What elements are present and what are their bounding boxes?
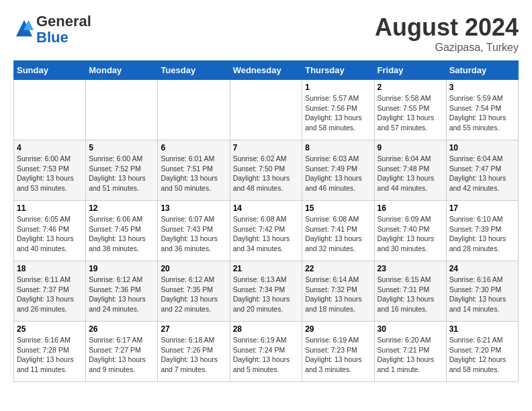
- day-number: 17: [449, 203, 515, 213]
- day-number: 9: [378, 143, 443, 152]
- calendar-cell: [86, 80, 158, 140]
- day-number: 1: [305, 83, 371, 92]
- logo-general-text: General: [36, 13, 91, 30]
- calendar-cell: 20Sunrise: 6:12 AMSunset: 7:35 PMDayligh…: [158, 261, 230, 322]
- day-number: 8: [305, 143, 371, 152]
- day-info: Sunrise: 6:11 AMSunset: 7:37 PMDaylight:…: [17, 275, 83, 314]
- week-row-4: 18Sunrise: 6:11 AMSunset: 7:37 PMDayligh…: [14, 261, 519, 322]
- weekday-header-monday: Monday: [86, 61, 158, 80]
- day-info: Sunrise: 6:04 AMSunset: 7:47 PMDaylight:…: [449, 154, 515, 193]
- day-number: 7: [233, 143, 300, 152]
- day-info: Sunrise: 6:14 AMSunset: 7:32 PMDaylight:…: [305, 275, 371, 314]
- calendar-cell: 12Sunrise: 6:06 AMSunset: 7:45 PMDayligh…: [86, 201, 158, 261]
- weekday-header-wednesday: Wednesday: [230, 61, 302, 80]
- week-row-3: 11Sunrise: 6:05 AMSunset: 7:46 PMDayligh…: [14, 201, 519, 261]
- calendar-cell: 1Sunrise: 5:57 AMSunset: 7:56 PMDaylight…: [302, 80, 374, 140]
- day-number: 26: [89, 324, 154, 334]
- day-number: 29: [305, 324, 371, 334]
- day-info: Sunrise: 6:08 AMSunset: 7:42 PMDaylight:…: [233, 214, 300, 254]
- calendar-cell: 3Sunrise: 5:59 AMSunset: 7:54 PMDaylight…: [446, 80, 518, 140]
- calendar-cell: 21Sunrise: 6:13 AMSunset: 7:34 PMDayligh…: [230, 261, 302, 322]
- calendar-cell: [158, 80, 230, 140]
- calendar-cell: 29Sunrise: 6:19 AMSunset: 7:23 PMDayligh…: [302, 322, 374, 382]
- day-info: Sunrise: 6:09 AMSunset: 7:40 PMDaylight:…: [378, 214, 443, 254]
- week-row-5: 25Sunrise: 6:16 AMSunset: 7:28 PMDayligh…: [14, 322, 519, 382]
- day-info: Sunrise: 6:21 AMSunset: 7:20 PMDaylight:…: [449, 335, 515, 375]
- calendar-cell: 11Sunrise: 6:05 AMSunset: 7:46 PMDayligh…: [14, 201, 86, 261]
- calendar-cell: 4Sunrise: 6:00 AMSunset: 7:53 PMDaylight…: [14, 140, 86, 201]
- day-number: 20: [161, 264, 226, 273]
- calendar-cell: 5Sunrise: 6:00 AMSunset: 7:52 PMDaylight…: [86, 140, 158, 201]
- day-number: 23: [378, 264, 443, 273]
- day-info: Sunrise: 6:19 AMSunset: 7:24 PMDaylight:…: [233, 335, 300, 375]
- day-number: 11: [17, 203, 83, 213]
- calendar-cell: 14Sunrise: 6:08 AMSunset: 7:42 PMDayligh…: [230, 201, 302, 261]
- day-number: 18: [17, 264, 83, 273]
- day-info: Sunrise: 6:04 AMSunset: 7:48 PMDaylight:…: [378, 154, 443, 193]
- calendar-cell: 15Sunrise: 6:08 AMSunset: 7:41 PMDayligh…: [302, 201, 374, 261]
- calendar-cell: [230, 80, 302, 140]
- calendar-cell: 25Sunrise: 6:16 AMSunset: 7:28 PMDayligh…: [14, 322, 86, 382]
- calendar-cell: 31Sunrise: 6:21 AMSunset: 7:20 PMDayligh…: [446, 322, 518, 382]
- day-number: 4: [17, 143, 83, 152]
- calendar-cell: 2Sunrise: 5:58 AMSunset: 7:55 PMDaylight…: [374, 80, 446, 140]
- day-number: 21: [233, 264, 300, 273]
- day-info: Sunrise: 5:58 AMSunset: 7:55 PMDaylight:…: [378, 93, 443, 133]
- calendar-cell: [14, 80, 86, 140]
- calendar-cell: 30Sunrise: 6:20 AMSunset: 7:21 PMDayligh…: [374, 322, 446, 382]
- day-number: 27: [161, 324, 226, 334]
- day-info: Sunrise: 6:18 AMSunset: 7:26 PMDaylight:…: [161, 335, 226, 375]
- day-info: Sunrise: 6:19 AMSunset: 7:23 PMDaylight:…: [305, 335, 371, 375]
- day-info: Sunrise: 6:17 AMSunset: 7:27 PMDaylight:…: [89, 335, 154, 375]
- page-header: General Blue August 2024 Gazipasa, Turke…: [13, 13, 519, 54]
- calendar-cell: 17Sunrise: 6:10 AMSunset: 7:39 PMDayligh…: [446, 201, 518, 261]
- day-number: 12: [89, 203, 154, 213]
- month-title: August 2024: [375, 13, 519, 42]
- day-number: 15: [305, 203, 371, 213]
- day-number: 2: [378, 83, 443, 92]
- calendar-cell: 10Sunrise: 6:04 AMSunset: 7:47 PMDayligh…: [446, 140, 518, 201]
- calendar-cell: 24Sunrise: 6:16 AMSunset: 7:30 PMDayligh…: [446, 261, 518, 322]
- day-info: Sunrise: 6:13 AMSunset: 7:34 PMDaylight:…: [233, 275, 300, 314]
- calendar-cell: 16Sunrise: 6:09 AMSunset: 7:40 PMDayligh…: [374, 201, 446, 261]
- calendar-cell: 22Sunrise: 6:14 AMSunset: 7:32 PMDayligh…: [302, 261, 374, 322]
- weekday-header-thursday: Thursday: [302, 61, 374, 80]
- day-number: 22: [305, 264, 371, 273]
- calendar-cell: 18Sunrise: 6:11 AMSunset: 7:37 PMDayligh…: [14, 261, 86, 322]
- calendar-cell: 19Sunrise: 6:12 AMSunset: 7:36 PMDayligh…: [86, 261, 158, 322]
- day-number: 30: [378, 324, 443, 334]
- week-row-1: 1Sunrise: 5:57 AMSunset: 7:56 PMDaylight…: [14, 80, 519, 140]
- logo: General Blue: [13, 13, 91, 46]
- day-number: 16: [378, 203, 443, 213]
- weekday-header-saturday: Saturday: [446, 61, 518, 80]
- day-info: Sunrise: 6:00 AMSunset: 7:52 PMDaylight:…: [89, 154, 154, 193]
- day-info: Sunrise: 6:10 AMSunset: 7:39 PMDaylight:…: [449, 214, 515, 254]
- day-info: Sunrise: 6:15 AMSunset: 7:31 PMDaylight:…: [378, 275, 443, 314]
- weekday-header-sunday: Sunday: [14, 61, 86, 80]
- day-info: Sunrise: 6:12 AMSunset: 7:35 PMDaylight:…: [161, 275, 226, 314]
- day-number: 19: [89, 264, 154, 273]
- week-row-2: 4Sunrise: 6:00 AMSunset: 7:53 PMDaylight…: [14, 140, 519, 201]
- day-info: Sunrise: 5:59 AMSunset: 7:54 PMDaylight:…: [449, 93, 515, 133]
- day-number: 10: [449, 143, 515, 152]
- day-info: Sunrise: 6:07 AMSunset: 7:43 PMDaylight:…: [161, 214, 226, 254]
- calendar-cell: 6Sunrise: 6:01 AMSunset: 7:51 PMDaylight…: [158, 140, 230, 201]
- logo-blue-text: Blue: [36, 29, 69, 46]
- calendar-cell: 23Sunrise: 6:15 AMSunset: 7:31 PMDayligh…: [374, 261, 446, 322]
- day-info: Sunrise: 6:12 AMSunset: 7:36 PMDaylight:…: [89, 275, 154, 314]
- calendar-cell: 27Sunrise: 6:18 AMSunset: 7:26 PMDayligh…: [158, 322, 230, 382]
- day-info: Sunrise: 6:05 AMSunset: 7:46 PMDaylight:…: [17, 214, 83, 254]
- weekday-header-friday: Friday: [374, 61, 446, 80]
- day-info: Sunrise: 6:00 AMSunset: 7:53 PMDaylight:…: [17, 154, 83, 193]
- day-info: Sunrise: 6:06 AMSunset: 7:45 PMDaylight:…: [89, 214, 154, 254]
- day-info: Sunrise: 6:01 AMSunset: 7:51 PMDaylight:…: [161, 154, 226, 193]
- location: Gazipasa, Turkey: [375, 42, 519, 54]
- calendar-table: SundayMondayTuesdayWednesdayThursdayFrid…: [13, 60, 519, 382]
- day-number: 25: [17, 324, 83, 334]
- day-info: Sunrise: 6:20 AMSunset: 7:21 PMDaylight:…: [378, 335, 443, 375]
- day-info: Sunrise: 5:57 AMSunset: 7:56 PMDaylight:…: [305, 93, 371, 133]
- calendar-cell: 8Sunrise: 6:03 AMSunset: 7:49 PMDaylight…: [302, 140, 374, 201]
- day-number: 28: [233, 324, 300, 334]
- title-block: August 2024 Gazipasa, Turkey: [375, 13, 519, 54]
- day-number: 5: [89, 143, 154, 152]
